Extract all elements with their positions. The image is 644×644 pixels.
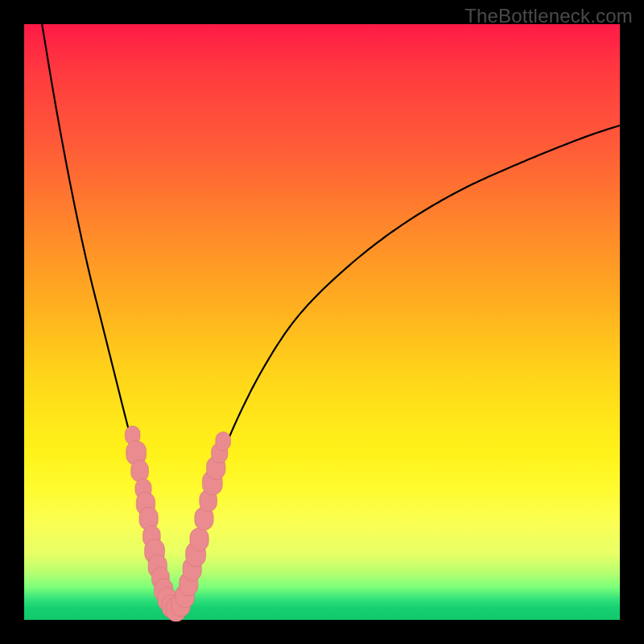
data-marker xyxy=(216,431,231,450)
marker-group xyxy=(125,426,230,621)
curve-right-branch xyxy=(173,126,620,611)
chart-svg xyxy=(24,24,620,620)
curve-group xyxy=(42,24,620,611)
chart-frame: TheBottleneck.com xyxy=(0,0,644,644)
plot-area xyxy=(24,24,620,620)
data-marker xyxy=(190,528,208,551)
watermark-text: TheBottleneck.com xyxy=(464,5,633,27)
data-marker xyxy=(131,460,149,482)
